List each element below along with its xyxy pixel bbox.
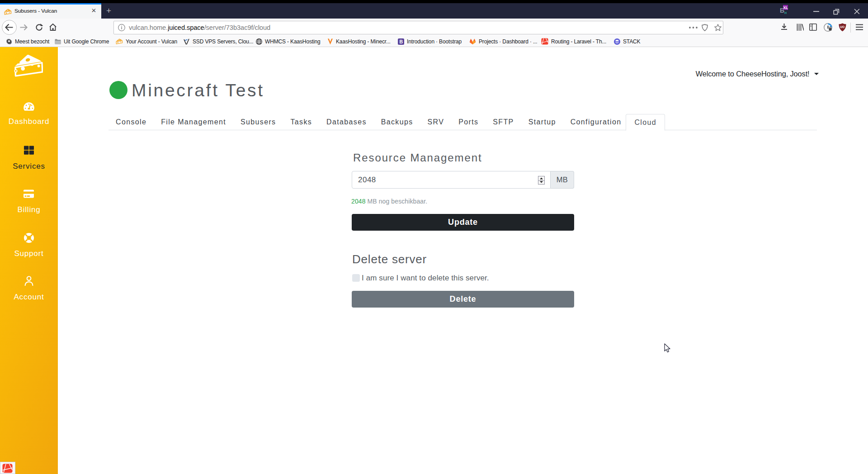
svg-text:H: H [784, 11, 787, 14]
svg-text:UO: UO [840, 25, 844, 28]
svg-text:B: B [400, 39, 403, 44]
svg-text:XL: XL [783, 5, 788, 10]
